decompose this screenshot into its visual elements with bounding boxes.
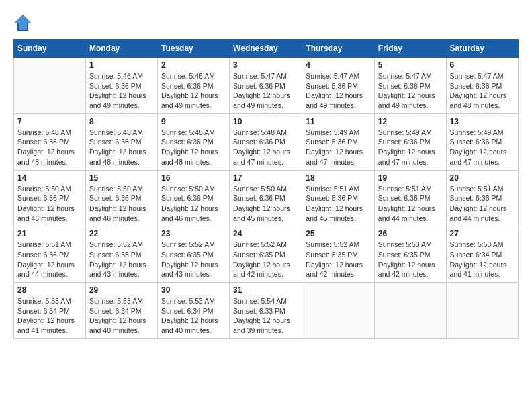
day-number: 4	[306, 60, 371, 70]
day-number: 17	[233, 173, 298, 183]
logo	[13, 13, 35, 32]
calendar-week-5: 28Sunrise: 5:53 AM Sunset: 6:34 PM Dayli…	[14, 283, 519, 339]
day-info: Sunrise: 5:50 AM Sunset: 6:36 PM Dayligh…	[17, 184, 82, 224]
day-info: Sunrise: 5:52 AM Sunset: 6:35 PM Dayligh…	[306, 240, 371, 279]
calendar-cell: 22Sunrise: 5:52 AM Sunset: 6:35 PM Dayli…	[85, 226, 157, 283]
calendar-cell: 24Sunrise: 5:52 AM Sunset: 6:35 PM Dayli…	[230, 226, 302, 283]
day-info: Sunrise: 5:47 AM Sunset: 6:36 PM Dayligh…	[233, 71, 298, 111]
day-number: 25	[306, 229, 371, 238]
day-number: 18	[306, 173, 371, 183]
calendar-cell: 8Sunrise: 5:48 AM Sunset: 6:36 PM Daylig…	[85, 113, 157, 170]
calendar-cell	[374, 283, 446, 339]
calendar-cell	[302, 283, 375, 339]
calendar-cell	[14, 58, 86, 114]
day-info: Sunrise: 5:48 AM Sunset: 6:36 PM Dayligh…	[161, 128, 226, 167]
calendar-cell: 6Sunrise: 5:47 AM Sunset: 6:36 PM Daylig…	[446, 58, 518, 114]
day-info: Sunrise: 5:52 AM Sunset: 6:35 PM Dayligh…	[89, 240, 154, 279]
column-header-wednesday: Wednesday	[230, 40, 302, 58]
day-info: Sunrise: 5:48 AM Sunset: 6:36 PM Dayligh…	[17, 128, 82, 167]
calendar-cell: 15Sunrise: 5:50 AM Sunset: 6:36 PM Dayli…	[85, 170, 157, 226]
column-header-sunday: Sunday	[14, 40, 86, 58]
day-number: 26	[378, 229, 443, 238]
day-number: 9	[161, 117, 226, 126]
day-info: Sunrise: 5:54 AM Sunset: 6:33 PM Dayligh…	[233, 296, 298, 336]
calendar-cell: 10Sunrise: 5:48 AM Sunset: 6:36 PM Dayli…	[230, 113, 302, 170]
calendar-cell: 25Sunrise: 5:52 AM Sunset: 6:35 PM Dayli…	[302, 226, 375, 283]
logo-icon	[13, 13, 32, 32]
day-info: Sunrise: 5:53 AM Sunset: 6:34 PM Dayligh…	[17, 296, 82, 336]
day-info: Sunrise: 5:51 AM Sunset: 6:36 PM Dayligh…	[17, 240, 82, 279]
calendar-cell: 27Sunrise: 5:53 AM Sunset: 6:34 PM Dayli…	[446, 226, 518, 283]
calendar-cell: 3Sunrise: 5:47 AM Sunset: 6:36 PM Daylig…	[230, 58, 302, 114]
day-number: 31	[233, 285, 298, 295]
day-number: 10	[233, 117, 298, 126]
day-info: Sunrise: 5:46 AM Sunset: 6:36 PM Dayligh…	[89, 71, 154, 111]
calendar-cell: 26Sunrise: 5:53 AM Sunset: 6:35 PM Dayli…	[374, 226, 446, 283]
calendar-cell: 11Sunrise: 5:49 AM Sunset: 6:36 PM Dayli…	[302, 113, 375, 170]
day-number: 7	[17, 117, 82, 126]
calendar-cell: 7Sunrise: 5:48 AM Sunset: 6:36 PM Daylig…	[14, 113, 86, 170]
day-number: 23	[161, 229, 226, 238]
day-info: Sunrise: 5:46 AM Sunset: 6:36 PM Dayligh…	[161, 71, 226, 111]
day-info: Sunrise: 5:52 AM Sunset: 6:35 PM Dayligh…	[161, 240, 226, 279]
column-header-monday: Monday	[85, 40, 157, 58]
day-info: Sunrise: 5:53 AM Sunset: 6:34 PM Dayligh…	[450, 240, 515, 279]
calendar-cell: 21Sunrise: 5:51 AM Sunset: 6:36 PM Dayli…	[14, 226, 86, 283]
day-info: Sunrise: 5:47 AM Sunset: 6:36 PM Dayligh…	[378, 71, 443, 111]
day-info: Sunrise: 5:48 AM Sunset: 6:36 PM Dayligh…	[233, 128, 298, 167]
calendar-week-4: 21Sunrise: 5:51 AM Sunset: 6:36 PM Dayli…	[14, 226, 519, 283]
calendar-cell: 1Sunrise: 5:46 AM Sunset: 6:36 PM Daylig…	[85, 58, 157, 114]
day-number: 15	[89, 173, 154, 183]
column-header-saturday: Saturday	[446, 40, 518, 58]
day-info: Sunrise: 5:49 AM Sunset: 6:36 PM Dayligh…	[378, 128, 443, 167]
day-number: 8	[89, 117, 154, 126]
day-number: 12	[378, 117, 443, 126]
day-number: 24	[233, 229, 298, 238]
day-info: Sunrise: 5:51 AM Sunset: 6:36 PM Dayligh…	[306, 184, 371, 224]
day-number: 30	[161, 285, 226, 295]
calendar-cell: 23Sunrise: 5:52 AM Sunset: 6:35 PM Dayli…	[157, 226, 229, 283]
calendar-cell: 19Sunrise: 5:51 AM Sunset: 6:36 PM Dayli…	[374, 170, 446, 226]
calendar-cell: 12Sunrise: 5:49 AM Sunset: 6:36 PM Dayli…	[374, 113, 446, 170]
day-number: 22	[89, 229, 154, 238]
day-info: Sunrise: 5:52 AM Sunset: 6:35 PM Dayligh…	[233, 240, 298, 279]
day-number: 21	[17, 229, 82, 238]
calendar-cell: 13Sunrise: 5:49 AM Sunset: 6:36 PM Dayli…	[446, 113, 518, 170]
calendar-cell: 20Sunrise: 5:51 AM Sunset: 6:36 PM Dayli…	[446, 170, 518, 226]
day-number: 29	[89, 285, 154, 295]
page-header	[13, 13, 519, 32]
day-info: Sunrise: 5:51 AM Sunset: 6:36 PM Dayligh…	[378, 184, 443, 224]
day-info: Sunrise: 5:50 AM Sunset: 6:36 PM Dayligh…	[89, 184, 154, 224]
day-info: Sunrise: 5:51 AM Sunset: 6:36 PM Dayligh…	[450, 184, 515, 224]
calendar-cell	[446, 283, 518, 339]
day-number: 16	[161, 173, 226, 183]
day-info: Sunrise: 5:50 AM Sunset: 6:36 PM Dayligh…	[233, 184, 298, 224]
day-info: Sunrise: 5:49 AM Sunset: 6:36 PM Dayligh…	[306, 128, 371, 167]
calendar-cell: 2Sunrise: 5:46 AM Sunset: 6:36 PM Daylig…	[157, 58, 229, 114]
day-number: 27	[450, 229, 515, 238]
column-header-friday: Friday	[374, 40, 446, 58]
day-info: Sunrise: 5:49 AM Sunset: 6:36 PM Dayligh…	[450, 128, 515, 167]
day-number: 13	[450, 117, 515, 126]
day-number: 11	[306, 117, 371, 126]
day-number: 19	[378, 173, 443, 183]
calendar-cell: 17Sunrise: 5:50 AM Sunset: 6:36 PM Dayli…	[230, 170, 302, 226]
day-number: 3	[233, 60, 298, 70]
day-number: 2	[161, 60, 226, 70]
column-header-thursday: Thursday	[302, 40, 375, 58]
calendar-cell: 4Sunrise: 5:47 AM Sunset: 6:36 PM Daylig…	[302, 58, 375, 114]
svg-marker-1	[15, 15, 31, 30]
day-number: 20	[450, 173, 515, 183]
calendar: SundayMondayTuesdayWednesdayThursdayFrid…	[13, 39, 519, 339]
day-number: 6	[450, 60, 515, 70]
day-info: Sunrise: 5:53 AM Sunset: 6:35 PM Dayligh…	[378, 240, 443, 279]
day-info: Sunrise: 5:53 AM Sunset: 6:34 PM Dayligh…	[161, 296, 226, 336]
calendar-cell: 30Sunrise: 5:53 AM Sunset: 6:34 PM Dayli…	[157, 283, 229, 339]
day-info: Sunrise: 5:47 AM Sunset: 6:36 PM Dayligh…	[306, 71, 371, 111]
calendar-cell: 14Sunrise: 5:50 AM Sunset: 6:36 PM Dayli…	[14, 170, 86, 226]
calendar-cell: 16Sunrise: 5:50 AM Sunset: 6:36 PM Dayli…	[157, 170, 229, 226]
calendar-cell: 18Sunrise: 5:51 AM Sunset: 6:36 PM Dayli…	[302, 170, 375, 226]
calendar-cell: 31Sunrise: 5:54 AM Sunset: 6:33 PM Dayli…	[230, 283, 302, 339]
day-number: 1	[89, 60, 154, 70]
day-number: 28	[17, 285, 82, 295]
